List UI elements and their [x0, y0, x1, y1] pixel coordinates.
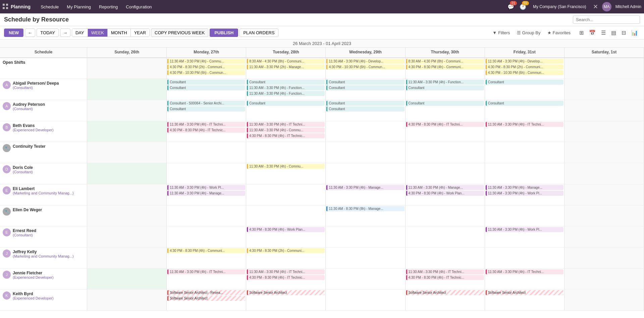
copy-prev-button[interactable]: COPY PREVIOUS WEEK	[151, 29, 208, 37]
week-view-btn[interactable]: WEEK	[88, 29, 108, 37]
event-1-4-1[interactable]: Consultant	[406, 85, 484, 90]
event-10-2-0[interactable]: 11:30 AM - 3:30 PM (4h) - IT Techni...	[247, 269, 325, 274]
day-cell-7-4[interactable]	[406, 206, 485, 227]
day-cell-2-0[interactable]	[87, 100, 167, 121]
day-cell-8-2[interactable]: 4:30 PM - 8:30 PM (4h) - Work Plan...	[246, 226, 326, 247]
grid-icon-btn[interactable]: ⊞	[577, 28, 586, 37]
event-0-4-1[interactable]: 4:30 PM - 8:30 PM (4h) - Communi...	[406, 64, 484, 70]
favorites-button[interactable]: ★ Favorites	[545, 29, 573, 37]
day-cell-10-0[interactable]	[87, 269, 167, 290]
event-0-2-1[interactable]: 11:30 AM - 3:30 PM (2h) - Manage...	[247, 64, 325, 70]
day-cell-4-0[interactable]	[87, 142, 167, 163]
day-cell-6-5[interactable]: 11:30 AM - 3:30 PM (4h) - Manage...11:30…	[485, 184, 565, 206]
day-cell-0-0[interactable]	[87, 58, 167, 79]
event-3-2-0[interactable]: 11:30 AM - 3:30 PM (4h) - IT Techni...	[247, 122, 325, 127]
app-grid-icon[interactable]	[3, 4, 8, 10]
event-2-1-1[interactable]: Consultant	[167, 106, 245, 111]
event-6-1-0[interactable]: 11:30 AM - 3:30 PM (4h) - Work Pl...	[167, 185, 245, 190]
group-by-button[interactable]: ☰ Group By	[514, 29, 543, 37]
today-button[interactable]: TODAY	[37, 29, 59, 37]
event-10-4-0[interactable]: 11:30 AM - 3:30 PM (4h) - IT Techni...	[406, 269, 484, 274]
event-6-4-0[interactable]: 11:30 AM - 3:30 PM (4h) - Manage...	[406, 185, 484, 190]
activity-icon-btn[interactable]: 🕐59	[518, 2, 528, 11]
day-cell-1-3[interactable]: ConsultantConsultant	[326, 79, 405, 100]
day-cell-1-1[interactable]: ConsultantConsultant	[167, 79, 246, 100]
day-cell-9-4[interactable]	[406, 247, 485, 269]
event-0-5-0[interactable]: 11:30 AM - 3:30 PM (4h) - Develop...	[486, 59, 564, 64]
day-cell-1-0[interactable]	[87, 79, 167, 100]
day-cell-11-3[interactable]	[326, 289, 405, 311]
chat-icon-btn[interactable]: 💬21	[506, 2, 516, 11]
day-cell-11-6[interactable]	[565, 289, 644, 311]
day-cell-6-3[interactable]: 11:30 AM - 3:30 PM (4h) - Manage...	[326, 184, 405, 206]
event-0-5-2[interactable]: 4:30 PM - 10:30 PM (6h) - Commun...	[486, 70, 564, 75]
list-icon-btn[interactable]: ☰	[599, 28, 608, 37]
day-cell-2-3[interactable]: ConsultantConsultant	[326, 100, 405, 121]
day-cell-3-2[interactable]: 11:30 AM - 3:30 PM (4h) - IT Techni...11…	[246, 121, 326, 142]
day-cell-11-5[interactable]: Software Senior Architect	[485, 289, 565, 311]
event-3-1-1[interactable]: 4:30 PM - 8:30 PM (4h) - IT Technic...	[167, 128, 245, 133]
day-cell-8-4[interactable]	[406, 226, 485, 247]
event-11-5-0[interactable]: Software Senior Architect	[486, 290, 564, 295]
event-6-5-0[interactable]: 11:30 AM - 3:30 PM (4h) - Manage...	[486, 185, 564, 190]
day-cell-11-4[interactable]: Software Senior Architect	[406, 289, 485, 311]
event-7-3-0[interactable]: 11:30 AM - 8:30 PM (8h) - Manage...	[326, 206, 404, 211]
day-cell-5-2[interactable]: 11:30 AM - 3:30 PM (4h) - Commu...	[246, 163, 326, 184]
day-cell-6-6[interactable]	[565, 184, 644, 206]
event-5-2-0[interactable]: 11:30 AM - 3:30 PM (4h) - Commu...	[247, 164, 325, 169]
day-cell-1-2[interactable]: Consultant11:30 AM - 3:30 PM (4h) - Func…	[246, 79, 326, 100]
event-1-3-1[interactable]: Consultant	[326, 85, 404, 90]
close-icon-btn[interactable]: ✕	[592, 2, 599, 12]
pivot-icon-btn[interactable]: ⊟	[620, 28, 628, 37]
event-3-1-0[interactable]: 11:30 AM - 3:30 PM (4h) - IT Techni...	[167, 122, 245, 127]
day-cell-0-5[interactable]: 11:30 AM - 3:30 PM (4h) - Develop...4:30…	[485, 58, 565, 79]
event-0-1-2[interactable]: 4:30 PM - 10:30 PM (6h) - Commun...	[167, 70, 245, 75]
event-2-1-0[interactable]: Consultant - S00064 - Senior Archi...	[167, 101, 245, 106]
day-cell-3-5[interactable]: 11:30 AM - 3:30 PM (4h) - IT Techni...	[485, 121, 565, 142]
event-1-1-1[interactable]: Consultant	[167, 85, 245, 90]
event-0-1-0[interactable]: 11:30 AM - 3:30 PM (4h) - Commu...	[167, 59, 245, 64]
day-cell-4-3[interactable]	[326, 142, 405, 163]
day-cell-11-0[interactable]	[87, 289, 167, 311]
day-cell-3-4[interactable]: 4:30 PM - 8:30 PM (4h) - IT Techni...	[406, 121, 485, 142]
filters-button[interactable]: ▼ Filters	[490, 29, 513, 37]
day-cell-9-0[interactable]	[87, 247, 167, 269]
event-0-2-0[interactable]: 8:30 AM - 4:30 PM (8h) - Communi...	[247, 59, 325, 64]
day-cell-0-1[interactable]: 11:30 AM - 3:30 PM (4h) - Commu...4:30 P…	[167, 58, 246, 79]
day-cell-6-4[interactable]: 11:30 AM - 3:30 PM (4h) - Manage...4:30 …	[406, 184, 485, 206]
day-cell-4-2[interactable]	[246, 142, 326, 163]
day-cell-6-1[interactable]: 11:30 AM - 3:30 PM (4h) - Work Pl...11:3…	[167, 184, 246, 206]
day-cell-9-5[interactable]	[485, 247, 565, 269]
day-cell-5-6[interactable]	[565, 163, 644, 184]
day-cell-3-0[interactable]	[87, 121, 167, 142]
day-cell-9-6[interactable]	[565, 247, 644, 269]
day-cell-5-0[interactable]	[87, 163, 167, 184]
day-cell-9-2[interactable]: 4:30 PM - 8:30 PM (2h) - Communi...	[246, 247, 326, 269]
day-cell-7-2[interactable]	[246, 206, 326, 227]
event-1-3-0[interactable]: Consultant	[326, 80, 404, 85]
event-6-4-1[interactable]: 4:30 PM - 8:30 PM (4h) - Work Plan...	[406, 191, 484, 196]
chart-icon-btn[interactable]: 📊	[629, 28, 640, 37]
event-2-3-0[interactable]: Consultant	[326, 101, 404, 106]
day-cell-0-3[interactable]: 11:30 AM - 3:30 PM (4h) - Develop...4:30…	[326, 58, 405, 79]
day-cell-2-1[interactable]: Consultant - S00064 - Senior Archi...Con…	[167, 100, 246, 121]
day-cell-8-5[interactable]: 11:30 AM - 3:30 PM (4h) - Work Pl...	[485, 226, 565, 247]
nav-reporting[interactable]: Reporting	[96, 3, 121, 11]
day-cell-4-1[interactable]	[167, 142, 246, 163]
publish-button[interactable]: PUBLISH	[210, 29, 238, 37]
day-cell-10-1[interactable]: 11:30 AM - 3:30 PM (4h) - IT Techni...	[167, 269, 246, 290]
day-cell-2-4[interactable]: Consultant	[406, 100, 485, 121]
day-cell-11-2[interactable]: Software Senior Architect	[246, 289, 326, 311]
day-cell-7-3[interactable]: 11:30 AM - 8:30 PM (8h) - Manage...	[326, 206, 405, 227]
prev-button[interactable]: ←	[25, 29, 35, 37]
day-cell-1-6[interactable]	[565, 79, 644, 100]
nav-configuration[interactable]: Configuration	[122, 3, 155, 11]
day-view-btn[interactable]: DAY	[72, 29, 88, 37]
event-3-2-1[interactable]: 11:30 AM - 3:30 PM (4h) - Commu...	[247, 128, 325, 133]
day-cell-8-3[interactable]	[326, 226, 405, 247]
next-button[interactable]: →	[60, 29, 70, 37]
day-cell-3-1[interactable]: 11:30 AM - 3:30 PM (4h) - IT Techni...4:…	[167, 121, 246, 142]
day-cell-6-2[interactable]	[246, 184, 326, 206]
event-1-4-0[interactable]: 11:30 AM - 3:30 PM (4h) - Function...	[406, 80, 484, 85]
day-cell-0-4[interactable]: 8:30 AM - 4:30 PM (8h) - Communi...4:30 …	[406, 58, 485, 79]
